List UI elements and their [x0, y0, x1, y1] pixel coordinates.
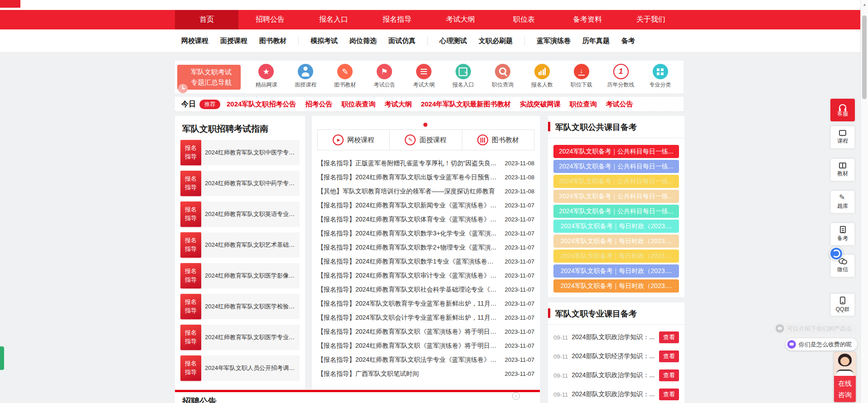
subnav-item[interactable]: 图书教材	[259, 37, 299, 45]
nav-item[interactable]: 考试大纲	[429, 10, 492, 29]
today-link[interactable]: 职位表查询	[341, 100, 375, 109]
guide-badge-line1: 报名	[185, 144, 197, 153]
news-row[interactable]: 【报名指导】2024红师教育军队文职法学专业《蓝军演练卷》将... 2023-1…	[317, 353, 534, 367]
today-link[interactable]: 2024军队文职招考公告	[227, 100, 296, 109]
news-row[interactable]: 【报名指导】2024红师教育军队文职数学1专业《蓝军演练卷》... 2023-1…	[317, 254, 534, 269]
news-row[interactable]: 【报名指导】广西军队文职笔试时间 2023-11-07	[317, 367, 534, 381]
news-row[interactable]: 【其他】军队文职教育培训行业的领军者——深度探访红师教育 2023-11-08	[317, 184, 534, 198]
floating-blue-badge-icon[interactable]	[829, 247, 843, 260]
scrollbar[interactable]: ▲	[860, 0, 868, 403]
subnav-item[interactable]: 模拟考试	[310, 37, 338, 45]
public-subject-button[interactable]: 2024军队文职备考｜公共科目每日一练...	[553, 205, 679, 218]
subnav-item[interactable]: 网校课程	[181, 37, 209, 45]
view-button[interactable]: 查看	[659, 350, 679, 362]
subnav-item[interactable]: 文职必刷题	[479, 37, 525, 45]
quick-nav-item[interactable]: 历年分数线	[601, 64, 640, 89]
public-subject-button[interactable]: 2024军队文职备考｜公共科目每日一练...	[553, 175, 679, 188]
news-tab[interactable]: 面授课程	[390, 130, 462, 150]
online-consult-widget[interactable]: 在线 咨询	[834, 352, 856, 402]
news-row[interactable]: 【报名指导】2024军队文职会计学专业蓝军卷新鲜出炉，11月8... 2023-…	[317, 311, 534, 325]
guide-list-item[interactable]: 报名 指导 2024红师教育军队文职中医学专业...	[180, 140, 300, 165]
rail-button[interactable]: 客服	[830, 99, 855, 121]
more-icon[interactable]: ›	[512, 392, 520, 400]
public-subject-button[interactable]: 2024军队文职备考｜每日时政（2023....	[553, 279, 679, 293]
news-tab[interactable]: 网校课程	[318, 130, 390, 150]
nav-item[interactable]: 招聘公告	[238, 10, 302, 29]
quick-nav-item[interactable]: 精品网课	[247, 64, 286, 89]
news-row[interactable]: 【报名指导】2024红师教育军队文职审计专业《蓝军演练卷》将... 2023-1…	[317, 269, 534, 283]
today-link[interactable]: 2024年军队文职最新图书教材	[421, 100, 510, 109]
quick-nav-item[interactable]: 职位下载	[562, 64, 601, 89]
public-subject-button[interactable]: 2024军队文职备考｜每日时政（2023....	[553, 249, 679, 263]
today-link[interactable]: 招考公告	[305, 100, 332, 109]
news-row[interactable]: 【报名指导】2024红师教育军队文职数学3+化学专业《蓝军演... 2023-1…	[317, 226, 534, 240]
public-subject-button[interactable]: 2024军队文职备考｜每日时政（2023....	[553, 220, 679, 233]
rail-button[interactable]: 课程	[830, 126, 855, 149]
rail-button[interactable]: 备考	[830, 223, 855, 245]
guide-list-item[interactable]: 报名 指导 2024红师教育军队文职医学专业《...	[180, 325, 300, 350]
subnav-item[interactable]: 面授课程	[220, 37, 247, 45]
news-row[interactable]: 【报名指导】2024军队文职教育学专业蓝军卷新鲜出炉，11月8... 2023-…	[317, 297, 534, 311]
subnav-item[interactable]: 岗位筛选	[349, 37, 377, 45]
subnav-item[interactable]: 蓝军演练卷	[537, 37, 571, 45]
public-subject-button[interactable]: 2024军队文职备考｜公共科目每日一练...	[553, 160, 679, 173]
news-title: 【报名指导】2024红师教育军队文职数学3+化学专业《蓝军演...	[317, 230, 504, 238]
guide-list-item[interactable]: 报名 指导 2024红师教育军队文职医学检验技...	[180, 294, 300, 319]
public-subject-button[interactable]: 2024军队文职备考｜公共科目每日一练...	[553, 145, 679, 158]
public-subject-button[interactable]: 2024军队文职备考｜每日时政（2023....	[553, 264, 679, 278]
today-link[interactable]: 考试大纲	[384, 100, 412, 109]
subnav-item[interactable]: 面试仿真	[388, 37, 428, 45]
quick-nav-item[interactable]: 面授课程	[286, 64, 325, 89]
chat-bubble[interactable]: 可以介绍下你们的产品么	[774, 322, 857, 335]
quick-nav-item[interactable]: 专业分类	[640, 64, 680, 89]
quick-nav-item[interactable]: 考试公告	[365, 64, 404, 89]
nav-item[interactable]: 职位表	[492, 10, 556, 29]
nav-item[interactable]: 关于我们	[619, 10, 683, 29]
today-link[interactable]: 实战突破网课	[520, 100, 561, 109]
scrollbar-thumb[interactable]	[862, 15, 867, 99]
view-button[interactable]: 查看	[659, 389, 679, 400]
quick-nav-item[interactable]: 报名人数	[522, 64, 562, 89]
public-subject-button[interactable]: 2024军队文职备考｜公共科目每日一练...	[553, 190, 679, 203]
recommend-badge[interactable]: 推荐	[199, 100, 220, 109]
news-row[interactable]: 【报名指导】2024红师教育军队文职新闻专业《蓝军演练卷》将... 2023-1…	[317, 198, 534, 212]
guide-list-item[interactable]: 报名 指导 2024红师教育军队文职艺术基础综...	[180, 232, 300, 258]
quick-nav-item[interactable]: 报名入口	[444, 64, 483, 89]
news-row[interactable]: 【报名指导】2024红师教育军队文职《蓝军演练卷》将于明日预... 2023-1…	[317, 325, 534, 339]
subnav-item[interactable]: 历年真题	[582, 37, 610, 45]
news-row[interactable]: 【报名指导】2024红师教育军队文职社会科学基础理论专业《蓝... 2023-1…	[317, 283, 534, 297]
rail-button[interactable]: QQ群	[830, 293, 855, 316]
subnav-item[interactable]: 备考	[621, 37, 635, 45]
rail-button[interactable]: 题库	[830, 191, 855, 213]
nav-item[interactable]: 报名指导	[365, 10, 429, 29]
public-subject-button[interactable]: 2024军队文职备考｜每日时政（2023....	[553, 235, 679, 248]
quick-nav-item[interactable]: 考试大纲	[404, 64, 444, 89]
news-row[interactable]: 【报名指导】正版蓝军卷附赠孔雀蓝专享厚礼！切勿“因盗失良... 2023-11-…	[317, 156, 534, 170]
today-link[interactable]: 考试公告	[606, 100, 633, 109]
news-row[interactable]: 【报名指导】2024红师教育军队文职数学2+物理专业《蓝军演... 2023-1…	[317, 240, 534, 254]
guide-list-item[interactable]: 报名 指导 2024年军队文职人员公开招考调整...	[180, 355, 300, 381]
news-row[interactable]: 【报名指导】2024红师教育军队文职体育专业《蓝军演练卷》将... 2023-1…	[317, 212, 534, 226]
view-button[interactable]: 查看	[659, 331, 679, 343]
nav-item[interactable]: 首页	[175, 10, 238, 29]
news-row[interactable]: 【报名指导】2024红师教育军队文职出版专业蓝军卷今日预售，... 2023-1…	[317, 170, 534, 184]
rail-button[interactable]: 教材	[830, 158, 855, 181]
quick-nav-badge[interactable]: 军队文职考试 专题汇总导航	[177, 65, 241, 90]
chat-bubble[interactable]: 你们是怎么收费的呢	[786, 338, 857, 350]
nav-item[interactable]: 备考资料	[556, 10, 619, 29]
today-link[interactable]: 职位查询	[570, 100, 597, 109]
news-tab[interactable]: 图书教材	[462, 130, 534, 150]
subnav-item[interactable]: 心理测试	[440, 37, 467, 45]
left-edge-widget[interactable]	[0, 346, 4, 370]
guide-list-item[interactable]: 报名 指导 2024红师教育军队文职英语专业《...	[180, 202, 300, 227]
major-subject-date: 09-11	[553, 372, 568, 379]
slider-dot-icon[interactable]	[423, 123, 427, 127]
quick-nav-item[interactable]: 职位查询	[483, 64, 522, 89]
nav-item[interactable]: 报名入口	[302, 10, 365, 29]
quick-nav-item[interactable]: 图书教材	[325, 64, 365, 89]
guide-list-item[interactable]: 报名 指导 2024红师教育军队文职医学影像技...	[180, 263, 300, 288]
news-row[interactable]: 【报名指导】2024红师教育军队文职《蓝军演练卷》将于明日预... 2023-1…	[317, 339, 534, 353]
guide-list-item[interactable]: 报名 指导 2024红师教育军队文职中药学专业...	[180, 171, 300, 196]
scrollbar-up-icon[interactable]: ▲	[863, 2, 867, 7]
view-button[interactable]: 查看	[659, 369, 679, 381]
